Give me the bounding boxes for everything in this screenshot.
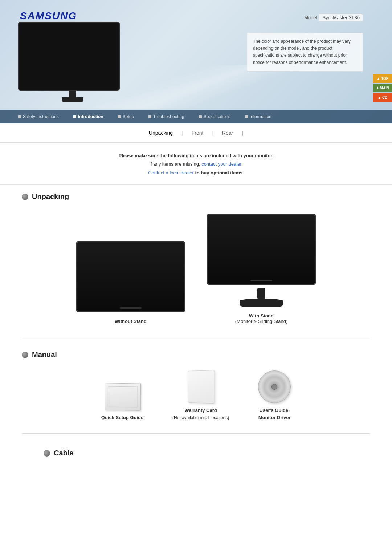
nav-dot-information [245,115,248,118]
nav-label-information: Information [250,114,271,119]
monitor-stand-assembly [240,288,283,307]
warranty-card-icon [188,370,215,404]
nav-label-introduction: Introduction [78,114,103,119]
cable-section-title: Cable [22,441,370,463]
cd-button[interactable]: ▲ CD [373,93,392,102]
monitor-screen-no-stand [76,241,185,312]
nav-dot-troubleshooting [148,115,151,118]
breadcrumb-sep-2: | [212,130,213,136]
users-guide-label: User's Guide,Monitor Driver [258,407,291,421]
info-line2-suffix: . [241,161,243,167]
nav-label-specifications: Specifications [204,114,230,119]
model-label: Model [304,15,317,20]
cable-section: Cable [0,437,392,474]
without-stand-label: Without Stand [115,319,147,324]
nav-label-safety: Safety Instructions [23,114,59,119]
monitor-screen-inner-with-stand [208,215,315,284]
divider-1 [22,339,370,339]
manual-section-dot [22,352,28,358]
monitor-without-stand: Without Stand [76,241,185,324]
manual-section-title: Manual [0,343,392,365]
nav-item-information[interactable]: Information [245,114,271,119]
nav-dot-safety [18,115,21,118]
info-line2-prefix: If any items are missing, [149,161,201,167]
disclaimer-text: The color and appearance of the product … [253,39,351,65]
monitors-area: Without Stand With Stand(Monitor & Slidi… [0,207,392,335]
info-line1: Please make sure the following items are… [119,153,274,158]
monitor-screen-inner-no-stand [77,242,184,311]
manual-title-text: Manual [32,351,57,359]
breadcrumb-rear[interactable]: Rear [222,130,233,136]
main-button[interactable]: ✦ MAIN [373,84,392,92]
nav-bar: Safety Instructions Introduction Setup T… [0,110,392,123]
monitor-screen-with-stand [207,214,316,285]
nav-dot-specifications [199,115,202,118]
cable-title-text: Cable [54,449,73,457]
cable-section-dot [44,450,50,457]
stand-neck [257,288,265,299]
banner-monitor-neck [69,91,76,97]
nav-item-setup[interactable]: Setup [118,114,134,119]
nav-item-introduction[interactable]: Introduction [73,114,103,119]
breadcrumb-sep-3: | [242,130,243,136]
manual-item-users-guide: User's Guide,Monitor Driver [258,370,291,421]
side-buttons: ▲ TOP ✦ MAIN ▲ CD [373,74,392,102]
nav-label-troubleshooting: Troubleshooting [153,114,184,119]
unpacking-section-title: Unpacking [0,185,392,207]
stand-base [240,299,283,307]
with-stand-label: With Stand(Monitor & Sliding Stand) [235,313,288,324]
local-dealer-link[interactable]: Contact a local dealer [148,170,194,175]
nav-item-troubleshooting[interactable]: Troubleshooting [148,114,184,119]
quick-setup-guide-label: Quick Setup Guide [101,414,143,421]
manual-area: Quick Setup Guide Warranty Card(Not avai… [0,365,392,430]
info-section: Please make sure the following items are… [0,143,392,185]
info-line3-suffix: to buy optional items. [194,170,244,175]
nav-label-setup: Setup [123,114,134,119]
breadcrumb-front[interactable]: Front [192,130,204,136]
top-button[interactable]: ▲ TOP [373,74,392,83]
warranty-card-label: Warranty Card(Not available in all locat… [172,407,229,421]
banner-monitor-screen [18,22,120,91]
nav-dot-introduction [73,115,76,118]
disclaimer-box: The color and appearance of the product … [247,33,363,72]
header-banner: SAMSUNG Model SyncMaster XL30 The color … [0,0,392,123]
model-name: SyncMaster XL30 [319,14,363,21]
manual-item-warranty: Warranty Card(Not available in all locat… [172,370,229,421]
divider-2 [22,433,370,434]
breadcrumb-sep-1: | [181,130,183,136]
banner-monitor-image [18,22,127,102]
monitor-with-stand: With Stand(Monitor & Sliding Stand) [207,214,316,324]
samsung-logo: SAMSUNG [20,10,77,22]
unpacking-title-text: Unpacking [32,193,69,201]
quick-setup-guide-icon [105,383,141,411]
nav-item-safety[interactable]: Safety Instructions [18,114,59,119]
breadcrumb-unpacking[interactable]: Unpacking [149,130,173,136]
breadcrumb-bar: Unpacking | Front | Rear | [0,123,392,143]
manual-item-quick-setup: Quick Setup Guide [101,383,143,421]
nav-item-specifications[interactable]: Specifications [199,114,230,119]
unpacking-section-dot [22,194,28,200]
nav-dot-setup [118,115,121,118]
contact-dealer-link[interactable]: contact your dealer [201,161,241,167]
users-guide-cd-icon [258,370,291,403]
banner-monitor-base [62,97,83,102]
cd-hole [271,384,277,390]
model-info: Model SyncMaster XL30 [304,14,363,21]
